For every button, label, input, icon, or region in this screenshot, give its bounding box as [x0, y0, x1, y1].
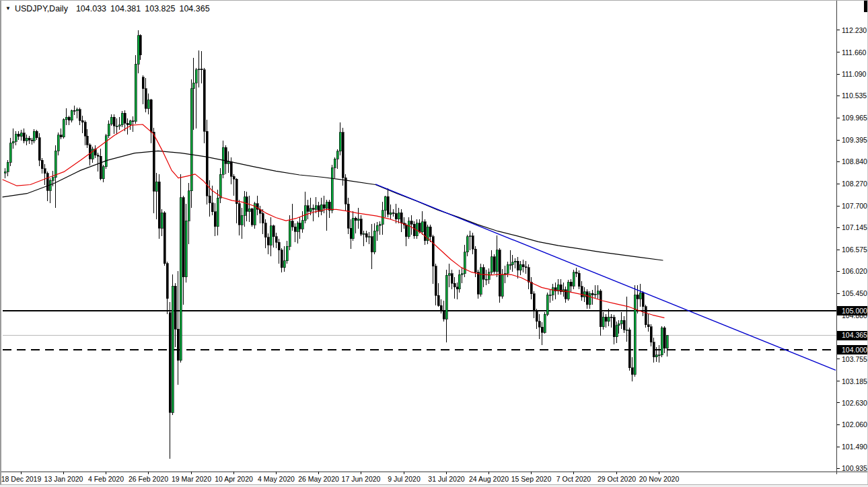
- ohlc-low: 103.825: [145, 4, 175, 13]
- ohlc-close: 104.365: [179, 4, 209, 13]
- price-axis[interactable]: [836, 1, 868, 472]
- chart-title: ▼ USDJPY,Daily 104.033 104.381 103.825 1…: [5, 3, 214, 14]
- window-left-border: [0, 1, 1, 487]
- chart-window: 112.230111.660111.090110.535109.965109.3…: [0, 0, 868, 487]
- ohlc-open: 104.033: [76, 4, 106, 13]
- window-bottom-border: [0, 484, 868, 487]
- time-axis[interactable]: [0, 472, 868, 484]
- ohlc-high: 104.381: [110, 4, 141, 13]
- symbol-timeframe-label: USDJPY,Daily: [15, 4, 68, 13]
- price-chart: 112.230111.660111.090110.535109.965109.3…: [0, 1, 868, 487]
- chart-plot-surface[interactable]: [3, 1, 836, 472]
- symbol-dropdown-icon[interactable]: ▼: [5, 6, 11, 11]
